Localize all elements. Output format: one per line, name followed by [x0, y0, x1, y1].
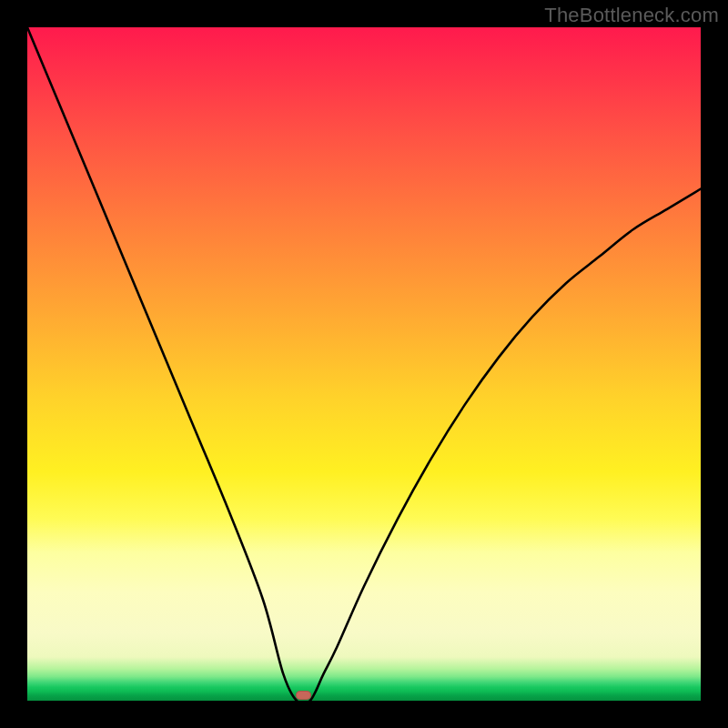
plot-area — [27, 27, 701, 701]
attribution-text: TheBottleneck.com — [544, 4, 719, 27]
bottleneck-curve — [27, 27, 701, 701]
minimum-marker — [296, 691, 311, 700]
chart-frame: TheBottleneck.com — [0, 0, 728, 728]
